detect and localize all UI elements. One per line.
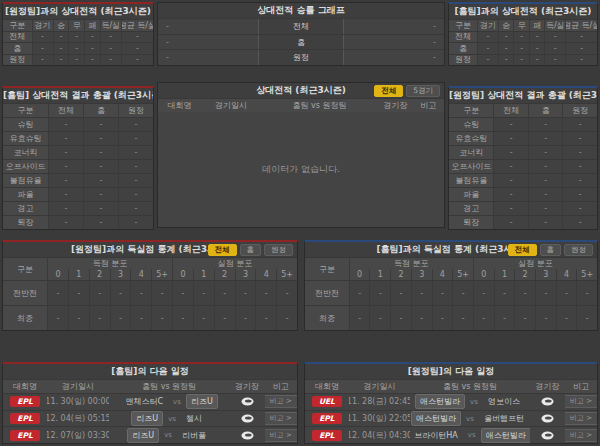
- stat-cell: -: [514, 281, 535, 305]
- stat-cell: -: [118, 132, 153, 145]
- filter-away-button[interactable]: 원정: [564, 244, 593, 256]
- filter-last5-button[interactable]: 5경기: [406, 85, 440, 97]
- row-label: 유효슈팅: [449, 132, 493, 145]
- bin-header: 0: [47, 269, 68, 280]
- column-header: 대회명: [305, 380, 349, 393]
- stadium-icon[interactable]: [241, 431, 254, 440]
- table-header-row: 대회명 경기일시 홈팀 vs 원정팀 경기장 비고: [305, 379, 597, 393]
- bin-header: 5+: [151, 269, 172, 280]
- teams-cell: 맨체스터C vs 리즈U: [109, 394, 230, 410]
- stat-cell: -: [214, 306, 235, 330]
- table-row: 파울 - - -: [449, 187, 597, 201]
- stat-cell: -: [369, 306, 390, 330]
- filter-all-button[interactable]: 전체: [508, 244, 537, 256]
- row-label: 오프사이드: [449, 160, 493, 173]
- stat-cell: -: [121, 43, 153, 54]
- stat-cell: -: [565, 43, 597, 54]
- column-header: 구분: [449, 104, 493, 117]
- bin-header: 4: [255, 269, 276, 280]
- bin-header: 0: [172, 269, 193, 280]
- table-header: 구분 득점 분포 실점 분포 0 1 2 3 4 5+ 0 1 2 3: [3, 257, 297, 280]
- header-groups: 득점 분포 실점 분포 0 1 2 3 4 5+ 0 1 2 3 4 5+: [349, 258, 597, 280]
- stat-cell: -: [529, 55, 545, 66]
- note-button[interactable]: 비고 >: [265, 395, 297, 408]
- graph-row: - 홈 -: [158, 34, 444, 50]
- stadium-icon[interactable]: [541, 397, 554, 406]
- stat-cell: -: [477, 32, 498, 43]
- table-row: 전반전 - - - - - - - - - - - -: [3, 280, 297, 305]
- note-button[interactable]: 비고 >: [565, 429, 597, 442]
- row-label: 홈: [449, 43, 477, 54]
- panel-goals-vs-awayteam: [원정팀]과의 득실점 통계 (최근3시즌) 전체 홈 원정 구분 득점 분포 …: [2, 240, 298, 331]
- stat-cell: -: [477, 55, 498, 66]
- column-header: 경기일시: [47, 380, 109, 393]
- bin-header: 2: [214, 269, 235, 280]
- stat-cell: -: [100, 32, 121, 43]
- match-row: EPL 11. 30(일) 00:00 맨체스터C vs 리즈U 비고 >: [3, 393, 297, 410]
- h2h-stats-page: [원정팀]과의 상대전적 (최근3시즌) 구분 경기 승 무 패 득/실 평균 …: [0, 0, 600, 446]
- stat-cell: -: [276, 281, 297, 305]
- stat-cell: -: [498, 55, 514, 66]
- note-button[interactable]: 비고 >: [265, 429, 297, 442]
- table-row: 슈팅 - - -: [449, 117, 597, 131]
- note-button[interactable]: 비고 >: [565, 412, 597, 425]
- table-row: 슈팅 - - -: [3, 117, 153, 131]
- column-header: 구분: [3, 20, 32, 31]
- stat-cell: -: [493, 132, 528, 145]
- teams-cell: 브라이턴HA vs 애스턴빌라: [410, 427, 530, 443]
- panel-summary-hometeam: [홈팀] 상대전적 결과 총괄 (최근3시즌 평균) 구분 전체 홈 원정 슈팅…: [2, 86, 154, 230]
- table-row: 최종 - - - - - - - - - - - -: [3, 305, 297, 330]
- table-row: 퇴장 - - -: [3, 215, 153, 229]
- stadium-icon[interactable]: [541, 431, 554, 440]
- league-badge: UEL: [312, 396, 342, 407]
- stat-cell: -: [528, 202, 563, 215]
- stadium-icon[interactable]: [541, 414, 554, 423]
- note-button[interactable]: 비고 >: [565, 395, 597, 408]
- stat-cell: -: [48, 118, 83, 131]
- match-row: EPL 12. 04(목) 04:30 브라이턴HA vs 애스턴빌라 비고 >: [305, 426, 597, 443]
- filter-all-button[interactable]: 전체: [208, 244, 237, 256]
- teams-cell: 리즈U vs 리버풀: [109, 427, 230, 443]
- stat-cell: -: [493, 146, 528, 159]
- panel-goals-vs-hometeam: [홈팀]과의 득실점 통계 (최근3시즌) 전체 홈 원정 구분 득점 분포 실…: [304, 240, 598, 331]
- stat-cell: -: [47, 281, 68, 305]
- stadium-icon[interactable]: [241, 397, 254, 406]
- stat-cell: -: [118, 146, 153, 159]
- stadium-cell: [530, 411, 565, 427]
- column-header: 승: [53, 20, 69, 31]
- stat-cell: -: [32, 43, 53, 54]
- stat-cell: -: [565, 32, 597, 43]
- table-row: 유효슈팅 - - -: [449, 131, 597, 145]
- table-row: 경고 - - -: [449, 201, 597, 215]
- column-header: 경기장: [530, 380, 565, 393]
- filter-home-button[interactable]: 홈: [540, 244, 562, 256]
- stat-cell: -: [53, 43, 69, 54]
- column-header: 대회명: [3, 380, 47, 393]
- stat-cell: -: [89, 306, 110, 330]
- table-row: 홈 - - - - - -: [449, 42, 597, 54]
- panel-title: [홈팀]과의 득실점 통계 (최근3시즌) 전체 홈 원정: [305, 242, 597, 257]
- row-label: 최종: [3, 306, 47, 330]
- filter-home-button[interactable]: 홈: [240, 244, 262, 256]
- filter-button-group: 전체 홈 원정: [508, 244, 594, 256]
- stat-cell: -: [529, 32, 545, 43]
- graph-right-value: -: [344, 50, 444, 65]
- stat-cell: -: [528, 146, 563, 159]
- home-team-name: 애스턴빌라: [411, 411, 461, 426]
- graph-left-value: -: [158, 19, 258, 34]
- graph-row-label: 전체: [258, 19, 344, 34]
- column-header: 홈팀 vs 원정팀: [109, 380, 230, 393]
- filter-away-button[interactable]: 원정: [264, 244, 293, 256]
- league-cell: EPL: [305, 427, 349, 443]
- stadium-icon[interactable]: [241, 414, 254, 423]
- row-label: 유효슈팅: [3, 132, 48, 145]
- panel-h2h-match-list: 상대전적 (최근3시즌) 전체 5경기 대회명 경기일시 홈팀 vs 원정팀 경…: [157, 82, 445, 228]
- note-button[interactable]: 비고 >: [265, 412, 297, 425]
- stat-cell: -: [498, 43, 514, 54]
- stat-cell: -: [100, 43, 121, 54]
- filter-all-button[interactable]: 전체: [374, 85, 403, 97]
- stat-cell: -: [47, 306, 68, 330]
- stat-cell: -: [535, 306, 556, 330]
- stat-cell: -: [562, 146, 597, 159]
- graph-row: - 전체 -: [158, 18, 444, 34]
